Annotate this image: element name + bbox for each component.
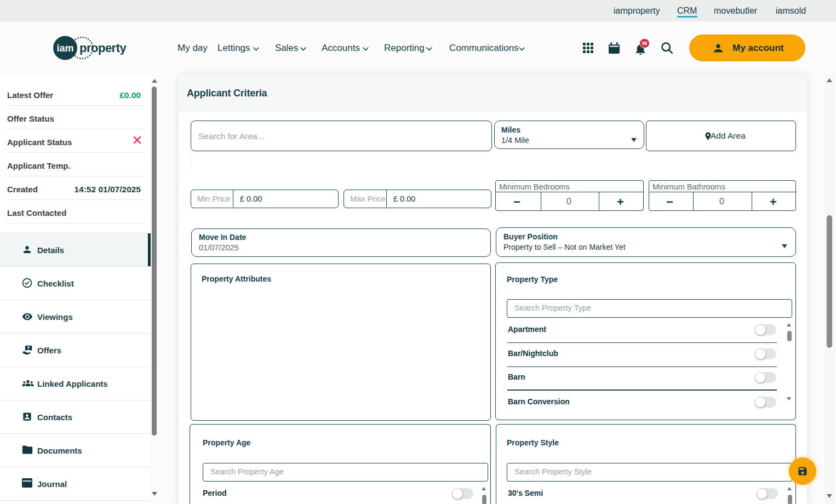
svg-text:iam: iam [56,43,73,54]
svg-text:property: property [79,41,127,55]
